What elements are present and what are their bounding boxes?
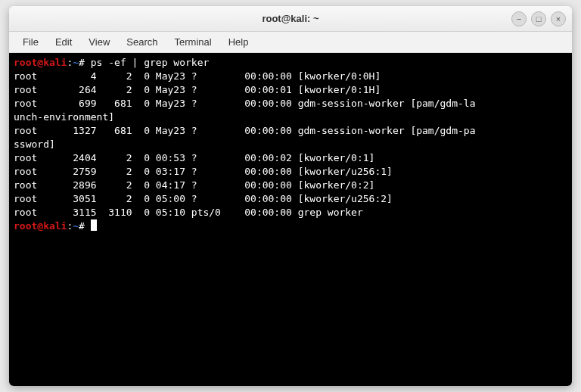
menu-terminal[interactable]: Terminal [167,33,219,51]
prompt-hash: # [79,57,85,68]
output-line: root 3115 3110 0 05:10 pts/0 00:00:00 gr… [14,207,363,218]
prompt-user: root@kali [14,220,67,232]
minimize-button[interactable]: − [511,11,527,26]
menu-edit[interactable]: Edit [48,33,79,51]
window-title: root@kali: ~ [262,13,318,24]
terminal-content[interactable]: root@kali:~# ps -ef | grep worker root 4… [9,53,572,386]
output-line: root 2759 2 0 03:17 ? 00:00:00 [kworker/… [14,166,393,177]
command-text [85,220,91,232]
terminal-window: root@kali: ~ − □ × File Edit View Search… [9,6,572,386]
close-button[interactable]: × [551,11,566,26]
output-line: root 699 681 0 May23 ? 00:00:00 gdm-sess… [14,98,475,109]
output-line: root 2896 2 0 04:17 ? 00:00:00 [kworker/… [14,179,374,191]
output-line: ssword] [14,138,55,150]
command-text: ps -ef | grep worker [85,57,209,68]
menubar: File Edit View Search Terminal Help [9,32,572,53]
menu-search[interactable]: Search [119,33,165,51]
menu-help[interactable]: Help [221,33,256,51]
window-controls: − □ × [511,11,566,26]
prompt-user: root@kali [14,57,67,68]
output-line: root 2404 2 0 00:53 ? 00:00:02 [kworker/… [14,152,374,163]
menu-file[interactable]: File [15,33,46,51]
maximize-button[interactable]: □ [531,11,546,26]
prompt-hash: # [79,220,85,232]
output-line: root 264 2 0 May23 ? 00:00:01 [kworker/0… [14,84,381,95]
cursor-icon [91,219,97,231]
output-line: root 3051 2 0 05:00 ? 00:00:00 [kworker/… [14,193,393,204]
titlebar: root@kali: ~ − □ × [9,6,572,32]
output-line: unch-environment] [14,111,114,123]
output-line: root 1327 681 0 May23 ? 00:00:00 gdm-ses… [14,125,475,136]
menu-view[interactable]: View [81,33,117,51]
output-line: root 4 2 0 May23 ? 00:00:00 [kworker/0:0… [14,70,381,82]
prompt-path: ~ [73,57,79,68]
prompt-path: ~ [73,220,79,232]
